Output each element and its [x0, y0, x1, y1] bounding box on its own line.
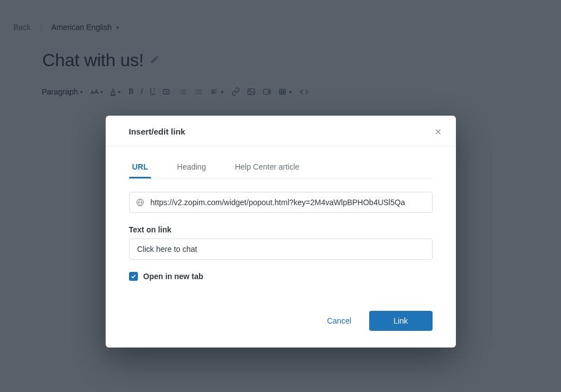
text-on-link-label: Text on link: [129, 225, 433, 234]
close-button[interactable]: [434, 127, 443, 136]
open-new-tab-label: Open in new tab: [143, 272, 203, 281]
modal-overlay: Insert/edit link URL Heading Help Center…: [0, 0, 561, 392]
tab-help-center-article[interactable]: Help Center article: [231, 158, 302, 178]
modal-footer: Cancel Link: [106, 294, 456, 348]
text-on-link-input[interactable]: [129, 239, 433, 260]
modal-body: URL Heading Help Center article Text on …: [106, 147, 456, 294]
globe-icon: [130, 198, 151, 207]
tab-url[interactable]: URL: [129, 158, 152, 178]
modal-title: Insert/edit link: [129, 127, 186, 136]
open-new-tab-checkbox[interactable]: [129, 272, 138, 281]
url-input-wrapper: [129, 192, 433, 213]
modal-header: Insert/edit link: [106, 116, 456, 147]
link-type-tabs: URL Heading Help Center article: [129, 158, 433, 178]
insert-link-modal: Insert/edit link URL Heading Help Center…: [106, 116, 456, 348]
tab-heading[interactable]: Heading: [173, 158, 209, 178]
cancel-button[interactable]: Cancel: [317, 311, 361, 331]
link-submit-button[interactable]: Link: [369, 311, 433, 331]
open-new-tab-row: Open in new tab: [129, 272, 433, 281]
url-input[interactable]: [151, 192, 432, 212]
